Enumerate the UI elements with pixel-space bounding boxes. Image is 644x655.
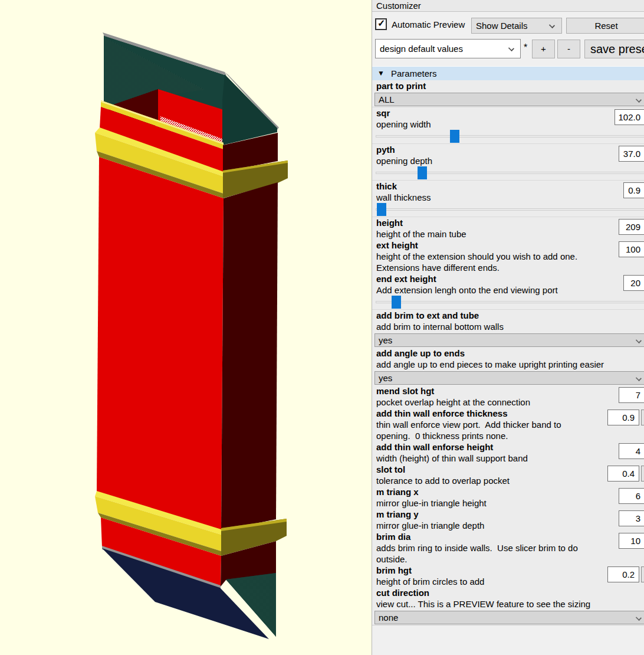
parameters-list: part to printALLsqropening width102.0pyt… bbox=[372, 80, 644, 625]
param-description: height of the main tube bbox=[376, 228, 644, 240]
remove-preset-button[interactable]: - bbox=[557, 40, 580, 58]
details-mode-dropdown[interactable]: Show Details bbox=[471, 18, 562, 34]
add-brim-to-ext-and-tube-dropdown[interactable]: yes bbox=[374, 333, 644, 347]
param-label-height: height bbox=[376, 218, 644, 228]
model-main-tube bbox=[97, 157, 278, 530]
brim-dia-value-input[interactable]: 10 bbox=[619, 533, 644, 549]
param-label-pyth: pyth bbox=[376, 145, 644, 155]
param-row-sqr: sqropening width102.0 bbox=[372, 107, 644, 144]
param-description: outside. bbox=[376, 554, 644, 565]
dropdown-value: ALL bbox=[379, 94, 395, 104]
mend-slot-hgt-value-input[interactable]: 7 bbox=[619, 387, 644, 403]
param-row-slot-tol: slot toltolerance to add to overlap pock… bbox=[372, 464, 644, 486]
thick-slider[interactable] bbox=[376, 203, 644, 217]
param-label-add-thin-wall-enforse-height: add thin wall enforse height bbox=[376, 442, 644, 453]
param-row-add-thin-wall-enforse-height: add thin wall enforse heightwidth (heigh… bbox=[372, 441, 644, 464]
pyth-slider[interactable] bbox=[376, 166, 644, 180]
sqr-slider[interactable] bbox=[376, 130, 644, 143]
slider-handle[interactable] bbox=[377, 203, 386, 216]
slider-groove[interactable] bbox=[376, 172, 644, 174]
param-label-brim-hgt: brim hgt bbox=[376, 565, 644, 576]
param-row-m-triang-x: m triang xmirror glue-in triangle height… bbox=[372, 486, 644, 509]
slot-tol-value-input[interactable]: 0.4 bbox=[607, 466, 639, 482]
end-ext-height-value-input[interactable]: 20 bbox=[623, 275, 644, 291]
slider-groove[interactable] bbox=[376, 135, 644, 137]
reset-button[interactable]: Reset bbox=[566, 18, 644, 34]
param-label-ext-height: ext height bbox=[376, 240, 644, 251]
openscad-customizer-window: Customizer ✓ Automatic Preview Show Deta… bbox=[0, 0, 644, 655]
3d-model-render bbox=[0, 0, 372, 655]
automatic-preview-label: Automatic Preview bbox=[392, 19, 465, 30]
param-description: opening width bbox=[376, 119, 644, 130]
slider-handle[interactable] bbox=[450, 130, 459, 143]
dropdown-value: yes bbox=[379, 373, 392, 383]
param-label-slot-tol: slot tol bbox=[376, 464, 644, 475]
param-label-mend-slot-hgt: mend slot hgt bbox=[376, 386, 644, 397]
param-label-sqr: sqr bbox=[376, 108, 644, 119]
param-description: Extensions have different ends. bbox=[376, 262, 644, 273]
end-ext-height-slider[interactable] bbox=[376, 296, 644, 309]
slider-handle[interactable] bbox=[418, 166, 427, 179]
check-icon: ✓ bbox=[377, 18, 385, 29]
chevron-down-icon bbox=[636, 97, 642, 103]
param-row-m-triang-y: m triang ymirror glue-in triangle depth3 bbox=[372, 509, 644, 531]
customizer-panel: Customizer ✓ Automatic Preview Show Deta… bbox=[372, 0, 644, 655]
param-row-pyth: pythopening depth37.0 bbox=[372, 144, 644, 181]
param-description: add angle up to end pieces to make uprig… bbox=[376, 359, 644, 370]
param-row-mend-slot-hgt: mend slot hgtpocket overlap height at th… bbox=[372, 385, 644, 408]
chevron-down-icon bbox=[508, 45, 514, 51]
chevron-down-icon bbox=[636, 338, 642, 343]
param-row-end-ext-height: end ext heightAdd extension lengh onto t… bbox=[372, 273, 644, 310]
automatic-preview-checkbox[interactable]: ✓ bbox=[375, 18, 387, 30]
preset-modified-indicator: * bbox=[524, 42, 527, 53]
slider-groove[interactable] bbox=[376, 301, 644, 303]
param-description: thin wall enforce view port. Add thicker… bbox=[376, 419, 644, 430]
add-thin-wall-enforse-height-value-input[interactable]: 4 bbox=[619, 443, 644, 459]
param-description: mirror glue-in triangle depth bbox=[376, 520, 644, 531]
param-label-end-ext-height: end ext height bbox=[376, 274, 644, 284]
add-thin-wall-enforce-thickness-value-input[interactable]: 0.9 bbox=[607, 410, 639, 425]
add-angle-up-to-ends-dropdown[interactable]: yes bbox=[374, 371, 644, 385]
parameters-section-header[interactable]: ▼ Parameters bbox=[372, 66, 644, 80]
param-row-cut-direction: cut directionview cut... This is a PREVI… bbox=[372, 587, 644, 624]
add-preset-button[interactable]: + bbox=[532, 40, 555, 58]
collapse-triangle-icon: ▼ bbox=[377, 67, 385, 80]
spin-buttons[interactable] bbox=[641, 466, 644, 482]
chevron-down-icon bbox=[636, 375, 642, 381]
param-description: tolerance to add to overlap pocket bbox=[376, 475, 644, 486]
m-triang-x-value-input[interactable]: 6 bbox=[619, 488, 644, 504]
param-label-part-to-print: part to print bbox=[376, 81, 644, 91]
param-label-add-thin-wall-enforce-thickness: add thin wall enforce thickness bbox=[376, 408, 644, 419]
thick-value-input[interactable]: 0.9 bbox=[623, 182, 644, 198]
cut-direction-dropdown[interactable]: none bbox=[374, 611, 644, 624]
preset-dropdown[interactable]: design default values bbox=[375, 39, 521, 58]
param-description: height of the extension should you wish … bbox=[376, 251, 644, 262]
height-value-input[interactable]: 209 bbox=[619, 219, 644, 235]
slider-groove[interactable] bbox=[376, 208, 644, 211]
brim-hgt-value-input[interactable]: 0.2 bbox=[607, 566, 639, 582]
param-row-add-brim-to-ext-and-tube: add brim to ext and tubeadd brim to inte… bbox=[372, 310, 644, 347]
spin-buttons[interactable] bbox=[641, 566, 644, 582]
slider-handle[interactable] bbox=[392, 296, 401, 309]
parameters-section-label: Parameters bbox=[391, 67, 437, 80]
param-description: view cut... This is a PREVIEW feature to… bbox=[376, 598, 644, 610]
param-description: wall thickness bbox=[376, 192, 644, 203]
param-description: opening. 0 thickness prints none. bbox=[376, 430, 644, 441]
part-to-print-dropdown[interactable]: ALL bbox=[374, 93, 644, 106]
save-preset-button[interactable]: save preset bbox=[584, 40, 644, 58]
param-label-m-triang-x: m triang x bbox=[376, 487, 644, 497]
param-label-m-triang-y: m triang y bbox=[376, 509, 644, 520]
pyth-value-input[interactable]: 37.0 bbox=[619, 146, 644, 162]
param-description: width (height) of thin wall support band bbox=[376, 453, 644, 464]
m-triang-y-value-input[interactable]: 3 bbox=[619, 510, 644, 526]
3d-viewport[interactable] bbox=[0, 0, 372, 655]
param-row-add-thin-wall-enforce-thickness: add thin wall enforce thicknessthin wall… bbox=[372, 408, 644, 441]
param-row-add-angle-up-to-ends: add angle up to endsadd angle up to end … bbox=[372, 348, 644, 385]
panel-title: Customizer bbox=[372, 0, 644, 12]
chevron-down-icon bbox=[549, 22, 555, 28]
ext-height-value-input[interactable]: 100 bbox=[619, 241, 644, 257]
spin-buttons[interactable] bbox=[641, 410, 644, 425]
param-row-brim-dia: brim diaadds brim ring to inside walls. … bbox=[372, 531, 644, 565]
sqr-value-input[interactable]: 102.0 bbox=[615, 109, 644, 125]
param-row-part-to-print: part to printALL bbox=[372, 80, 644, 107]
